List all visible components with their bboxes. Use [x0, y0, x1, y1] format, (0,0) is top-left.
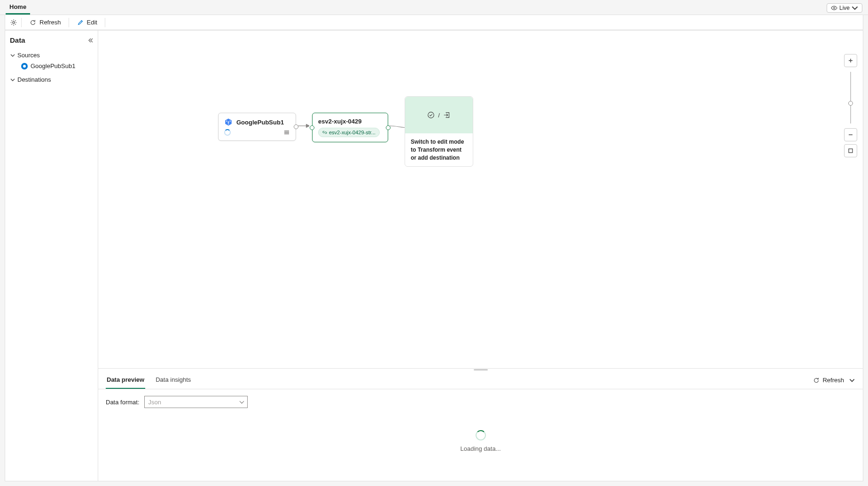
tree-group-sources[interactable]: Sources	[10, 50, 93, 61]
tab-home[interactable]: Home	[6, 0, 30, 15]
data-format-select[interactable]: Json	[144, 396, 248, 408]
stream-pill[interactable]: esv2-xujx-0429-str...	[318, 128, 380, 137]
collapse-sidebar-button[interactable]	[87, 38, 93, 43]
loading-spinner-icon	[476, 430, 486, 440]
zoom-controls	[844, 54, 857, 157]
bottom-refresh-button[interactable]: Refresh	[813, 377, 844, 384]
top-tab-bar: Home Live	[0, 0, 868, 15]
node-eventstream[interactable]: esv2-xujx-0429 esv2-xujx-0429-str...	[312, 113, 388, 142]
toolbar: Refresh Edit	[5, 15, 863, 30]
node-menu-icon[interactable]	[283, 129, 290, 136]
loading-spinner-icon	[224, 129, 231, 136]
output-icon	[443, 111, 451, 119]
svg-point-0	[833, 7, 835, 9]
loading-text: Loading data...	[460, 445, 500, 452]
tree-item-source[interactable]: GooglePubSub1	[10, 61, 93, 71]
svg-point-4	[226, 121, 227, 122]
tab-data-preview[interactable]: Data preview	[106, 371, 145, 389]
data-format-label: Data format:	[106, 399, 140, 406]
zoom-out-button[interactable]	[844, 128, 857, 141]
node-googlepubsub[interactable]: GooglePubSub1	[218, 113, 296, 141]
svg-point-5	[230, 121, 231, 122]
node-input-port[interactable]	[310, 125, 314, 130]
promo-card: / Switch to edit mode to Transform event…	[405, 96, 473, 167]
panel-expand-button[interactable]	[849, 377, 855, 384]
chevron-down-icon	[10, 77, 16, 83]
chevron-down-icon	[10, 53, 16, 58]
settings-icon[interactable]	[10, 19, 17, 26]
edit-button[interactable]: Edit	[73, 17, 101, 28]
tab-data-insights[interactable]: Data insights	[155, 371, 192, 389]
promo-text: Switch to edit mode to Transform event o…	[405, 133, 473, 166]
eye-icon	[831, 5, 837, 11]
svg-point-3	[228, 122, 229, 123]
svg-point-6	[228, 123, 229, 124]
zoom-fit-button[interactable]	[844, 144, 857, 157]
node-output-port[interactable]	[386, 125, 391, 130]
zoom-thumb[interactable]	[848, 101, 853, 106]
transform-icon	[427, 111, 435, 119]
pubsub-hex-icon	[224, 118, 233, 126]
svg-point-10	[428, 112, 434, 118]
zoom-slider[interactable]	[850, 72, 851, 123]
zoom-in-button[interactable]	[844, 54, 857, 67]
bottom-panel: Data preview Data insights Refresh Data …	[98, 368, 863, 481]
sidebar-title: Data	[10, 36, 25, 44]
svg-rect-11	[849, 149, 852, 153]
refresh-icon	[813, 377, 820, 384]
node-output-port[interactable]	[294, 124, 298, 129]
mode-live-badge[interactable]: Live	[827, 3, 862, 13]
svg-point-1	[13, 21, 15, 23]
refresh-icon	[29, 19, 37, 26]
link-icon	[322, 130, 327, 135]
chevron-down-icon	[852, 5, 858, 11]
tree-group-destinations[interactable]: Destinations	[10, 74, 93, 85]
mode-label: Live	[839, 5, 850, 11]
pubsub-icon	[21, 63, 28, 69]
sidebar: Data Sources GooglePubSub1 Destinat	[5, 31, 98, 481]
refresh-button[interactable]: Refresh	[25, 17, 65, 28]
edit-icon	[77, 19, 84, 26]
